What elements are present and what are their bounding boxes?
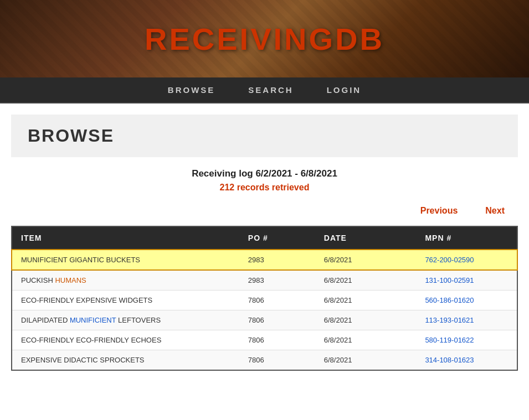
browse-heading-box: BROWSE bbox=[11, 115, 518, 157]
nav-bar: BROWSE SEARCH LOGIN bbox=[0, 77, 529, 103]
records-label: 212 records retrieved bbox=[11, 183, 518, 193]
cell-item: EXPENSIVE DIDACTIC SPROCKETS bbox=[12, 350, 239, 371]
cell-po: 7806 bbox=[239, 330, 315, 350]
nav-search[interactable]: SEARCH bbox=[248, 85, 293, 95]
col-header-mpn: MPN # bbox=[416, 226, 517, 250]
cell-mpn: 580-119-01622 bbox=[416, 330, 517, 350]
page-heading: BROWSE bbox=[28, 126, 501, 146]
table-row[interactable]: MUNIFICIENT GIGANTIC BUCKETS29836/8/2021… bbox=[12, 250, 517, 270]
cell-date: 6/8/2021 bbox=[315, 330, 417, 350]
cell-date: 6/8/2021 bbox=[315, 250, 417, 270]
table-row[interactable]: PUCKISH HUMANS29836/8/2021131-100-02591 bbox=[12, 270, 517, 291]
cell-po: 7806 bbox=[239, 310, 315, 330]
table-row[interactable]: EXPENSIVE DIDACTIC SPROCKETS78066/8/2021… bbox=[12, 350, 517, 371]
cell-mpn: 560-186-01620 bbox=[416, 291, 517, 310]
cell-mpn: 314-108-01623 bbox=[416, 350, 517, 371]
date-range-label: Receiving log 6/2/2021 - 6/8/2021 bbox=[11, 168, 518, 179]
page-content: BROWSE Receiving log 6/2/2021 - 6/8/2021… bbox=[0, 115, 529, 371]
previous-button[interactable]: Previous bbox=[409, 203, 469, 219]
table-row[interactable]: ECO-FRIENDLY ECO-FRIENDLY ECHOES78066/8/… bbox=[12, 330, 517, 350]
col-header-po: PO # bbox=[239, 226, 315, 250]
col-header-date: DATE bbox=[315, 226, 417, 250]
title-main: RECEIVING bbox=[145, 22, 335, 56]
cell-mpn: 113-193-01621 bbox=[416, 310, 517, 330]
cell-date: 6/8/2021 bbox=[315, 291, 417, 310]
cell-item: ECO-FRIENDLY EXPENSIVE WIDGETS bbox=[12, 291, 239, 310]
pagination: Previous Next bbox=[11, 198, 518, 224]
nav-browse[interactable]: BROWSE bbox=[168, 85, 215, 95]
cell-po: 2983 bbox=[239, 250, 315, 270]
cell-date: 6/8/2021 bbox=[315, 270, 417, 291]
cell-po: 2983 bbox=[239, 270, 315, 291]
next-button[interactable]: Next bbox=[474, 203, 516, 219]
cell-po: 7806 bbox=[239, 350, 315, 371]
cell-po: 7806 bbox=[239, 291, 315, 310]
cell-mpn: 762-200-02590 bbox=[416, 250, 517, 270]
cell-date: 6/8/2021 bbox=[315, 310, 417, 330]
cell-item: ECO-FRIENDLY ECO-FRIENDLY ECHOES bbox=[12, 330, 239, 350]
table-row[interactable]: DILAPIDATED MUNIFICIENT LEFTOVERS78066/8… bbox=[12, 310, 517, 330]
table-header-row: ITEM PO # DATE MPN # bbox=[12, 226, 517, 250]
table-row[interactable]: ECO-FRIENDLY EXPENSIVE WIDGETS78066/8/20… bbox=[12, 291, 517, 310]
data-table: ITEM PO # DATE MPN # MUNIFICIENT GIGANTI… bbox=[11, 226, 518, 371]
col-header-item: ITEM bbox=[12, 226, 239, 250]
header-banner: RECEIVINGDB bbox=[0, 0, 529, 77]
title-accent: DB bbox=[335, 22, 384, 56]
cell-item: MUNIFICIENT GIGANTIC BUCKETS bbox=[12, 250, 239, 270]
log-info: Receiving log 6/2/2021 - 6/8/2021 212 re… bbox=[11, 168, 518, 193]
cell-date: 6/8/2021 bbox=[315, 350, 417, 371]
site-title: RECEIVINGDB bbox=[145, 21, 384, 57]
nav-login[interactable]: LOGIN bbox=[327, 85, 362, 95]
cell-item: PUCKISH HUMANS bbox=[12, 270, 239, 291]
cell-mpn: 131-100-02591 bbox=[416, 270, 517, 291]
cell-item: DILAPIDATED MUNIFICIENT LEFTOVERS bbox=[12, 310, 239, 330]
